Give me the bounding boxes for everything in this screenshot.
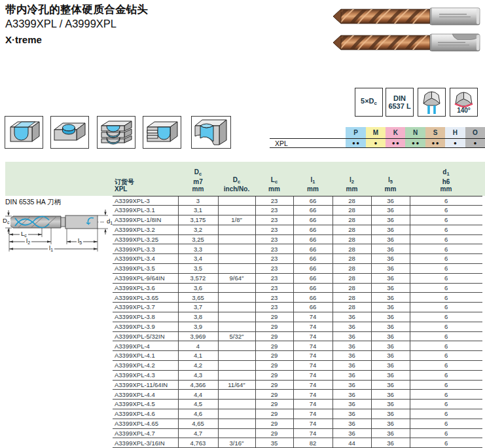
table-cell: 36 bbox=[371, 322, 410, 331]
material-letter: M bbox=[373, 127, 378, 138]
table-row: A3399XPL-3.63,6236628366 bbox=[113, 283, 482, 293]
table-cell bbox=[218, 254, 255, 264]
order-number-cell: A3399XPL-4.2 bbox=[113, 361, 178, 371]
header-line: Dc bbox=[178, 168, 218, 178]
header-line: d1 bbox=[410, 168, 482, 178]
header-line: mm bbox=[293, 185, 332, 193]
table-cell bbox=[218, 428, 255, 438]
table-cell: 6 bbox=[410, 273, 482, 283]
table-cell: 29 bbox=[255, 419, 293, 428]
material-column-M: M● bbox=[366, 127, 386, 148]
order-number-cell: A3399XPL-3.1 bbox=[113, 206, 178, 215]
order-number-cell: A3399XPL-3.3 bbox=[113, 244, 178, 254]
app-icon-cross-hole bbox=[143, 116, 181, 149]
table-cell: 66 bbox=[293, 264, 332, 274]
table-row: A3399XPL-4.74,7297436366 bbox=[113, 428, 482, 438]
header-line: mm bbox=[332, 185, 371, 193]
table-cell: 74 bbox=[293, 400, 332, 409]
table-cell: 36 bbox=[332, 331, 371, 341]
table-cell: 36 bbox=[371, 234, 410, 244]
header-line: h6 bbox=[410, 178, 482, 186]
table-cell: 3,3 bbox=[178, 244, 218, 254]
table-cell: 6 bbox=[410, 419, 482, 428]
table-cell: 74 bbox=[293, 341, 332, 351]
drill-shank bbox=[430, 8, 480, 25]
table-cell: 36 bbox=[371, 196, 410, 206]
table-header-cell: Lcmm bbox=[255, 162, 293, 196]
table-cell: 44 bbox=[332, 438, 371, 448]
table-row: A3399XPL-4.54,5297436366 bbox=[113, 400, 482, 409]
table-cell: 4,7 bbox=[178, 428, 218, 438]
table-row: A3399XPL-3.33,3236628366 bbox=[113, 244, 482, 254]
table-cell: 6 bbox=[410, 312, 482, 322]
table-cell: 23 bbox=[255, 264, 293, 274]
dim-label-l2: l2 bbox=[25, 238, 31, 246]
table-cell: 66 bbox=[293, 234, 332, 244]
table-row: A3399XPL-9/64IN3,5729/64″236628366 bbox=[113, 273, 482, 283]
material-column-K: K●● bbox=[386, 127, 405, 148]
table-cell: 36 bbox=[371, 351, 410, 361]
table-cell: 66 bbox=[293, 225, 332, 234]
table-cell: 29 bbox=[255, 409, 293, 419]
table-cell: 28 bbox=[332, 283, 371, 293]
table-cell: 4,6 bbox=[178, 409, 218, 419]
table-cell: 36 bbox=[332, 361, 371, 371]
table-header-cell: Dcm7mm bbox=[178, 162, 218, 196]
suitability-dots: ●● bbox=[431, 138, 440, 148]
table-row: A3399XPL-1/8IN3,1751/8″236628366 bbox=[113, 215, 482, 225]
table-cell bbox=[218, 196, 255, 206]
table-row: A3399XPL-4.64,6297436366 bbox=[113, 409, 482, 419]
order-number-cell: A3399XPL-3.8 bbox=[113, 312, 178, 322]
table-cell: 6 bbox=[410, 244, 482, 254]
table-cell: 3,5 bbox=[178, 264, 218, 274]
table-cell: 36 bbox=[371, 244, 410, 254]
table-cell: 3,65 bbox=[178, 293, 218, 303]
material-letter: N bbox=[413, 127, 418, 138]
table-cell: 74 bbox=[293, 351, 332, 361]
table-cell: 6 bbox=[410, 380, 482, 390]
table-cell: 74 bbox=[293, 370, 332, 380]
table-cell: 4,366 bbox=[178, 380, 218, 390]
order-number-cell: A3399XPL-4.3 bbox=[113, 370, 178, 380]
table-cell: 29 bbox=[255, 351, 293, 361]
order-number-cell: A3399XPL-4.7 bbox=[113, 428, 178, 438]
order-number-cell: A3399XPL-5/32IN bbox=[113, 331, 178, 341]
table-cell: 1/8″ bbox=[218, 215, 255, 225]
table-cell: 36 bbox=[332, 409, 371, 419]
table-cell: 29 bbox=[255, 361, 293, 371]
table-cell: 36 bbox=[371, 215, 410, 225]
order-number-cell: A3399XPL-3.65 bbox=[113, 293, 178, 303]
suitability-dots: ● bbox=[452, 138, 458, 148]
point-angle-icon bbox=[452, 90, 476, 108]
table-cell: 6 bbox=[410, 438, 482, 448]
table-cell bbox=[218, 400, 255, 409]
header-line: inch/No. bbox=[218, 185, 255, 193]
table-cell: 36 bbox=[371, 370, 410, 380]
header-line: Lc bbox=[255, 176, 293, 186]
table-cell: 66 bbox=[293, 283, 332, 293]
header-line: Dc bbox=[218, 176, 255, 186]
table-cell: 36 bbox=[332, 380, 371, 390]
order-number-cell: A3399XPL-1/8IN bbox=[113, 215, 178, 225]
table-row: A3399XPL-3.83,8297436366 bbox=[113, 312, 482, 322]
table-cell: 6 bbox=[410, 322, 482, 331]
table-cell: 36 bbox=[371, 206, 410, 215]
material-bottom-line bbox=[270, 147, 485, 148]
table-cell: 3,2 bbox=[178, 225, 218, 234]
table-cell: 23 bbox=[255, 293, 293, 303]
table-cell: 66 bbox=[293, 196, 332, 206]
table-row: A3399XPL-3/16IN4,7633/16″358244366 bbox=[113, 438, 482, 448]
header-line: mm bbox=[410, 185, 482, 193]
table-cell: 4,5 bbox=[178, 400, 218, 409]
table-cell: 4 bbox=[178, 341, 218, 351]
table-header-cell: l1mm bbox=[293, 162, 332, 196]
table-cell: 23 bbox=[255, 283, 293, 293]
table-row: A3399XPL-3.43,4236628366 bbox=[113, 254, 482, 264]
table-cell: 11/64″ bbox=[218, 380, 255, 390]
badge-length-ratio: 5×Dc bbox=[355, 88, 383, 117]
table-cell: 3,9 bbox=[178, 322, 218, 331]
table-cell: 29 bbox=[255, 370, 293, 380]
table-cell: 74 bbox=[293, 361, 332, 371]
table-cell: 29 bbox=[255, 312, 293, 322]
order-number-cell: A3399XPL-3 bbox=[113, 196, 178, 206]
